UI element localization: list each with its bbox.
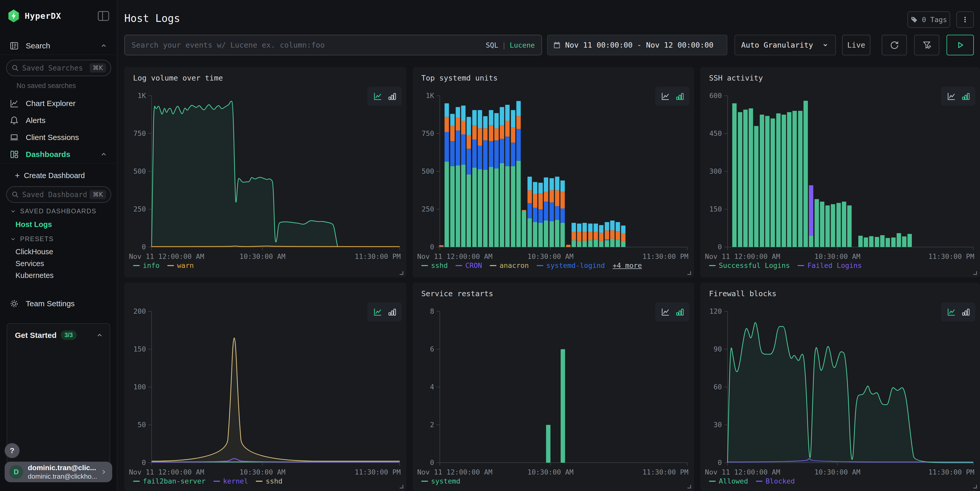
logo-row: HyperDX <box>8 9 109 23</box>
granularity-select[interactable]: Auto Granularity <box>735 35 836 55</box>
query-language-toggle[interactable]: SQL | Lucene <box>485 41 535 49</box>
sidebar-item-search[interactable]: Search <box>0 38 117 53</box>
brand-name: HyperDX <box>25 11 61 21</box>
saved-dashboards-input[interactable]: ⌘K <box>6 186 111 203</box>
svg-text:0: 0 <box>142 459 146 467</box>
svg-text:11:30:00 PM: 11:30:00 PM <box>928 468 974 476</box>
svg-text:250: 250 <box>133 205 146 213</box>
sidebar-item-alerts[interactable]: Alerts <box>0 113 117 128</box>
section-label: PRESETS <box>20 235 54 243</box>
svg-text:0: 0 <box>430 243 434 251</box>
legend-swatch <box>167 265 174 266</box>
resize-handle[interactable] <box>687 271 691 275</box>
play-icon <box>955 40 965 50</box>
svg-text:Nov 11 12:00:00 AM: Nov 11 12:00:00 AM <box>417 468 493 476</box>
page-title: Host Logs <box>124 12 180 24</box>
legend-swatch <box>490 265 496 266</box>
chart-legend: AllowedBlocked <box>709 477 795 485</box>
svg-text:1K: 1K <box>426 92 434 100</box>
legend-swatch <box>256 481 262 482</box>
section-presets[interactable]: PRESETS <box>10 235 54 243</box>
panel-top-systemd-units: Top systemd units 1K7505002500Nov 11 12:… <box>412 67 694 277</box>
tags-button[interactable]: 0 Tags <box>907 11 950 28</box>
chart-legend: infowarn <box>133 261 194 269</box>
chevron-down-icon <box>10 208 16 215</box>
sql-option[interactable]: SQL <box>485 41 498 49</box>
svg-text:500: 500 <box>133 167 146 175</box>
legend-item: Blocked <box>756 477 795 485</box>
sidebar-collapse-icon[interactable] <box>98 11 109 21</box>
sidebar-item-chart-explorer[interactable]: Chart Explorer <box>0 96 117 111</box>
chart-plot: 1K7505002500Nov 11 12:00:00 AM10:30:00 A… <box>124 67 406 277</box>
legend-item: CRON <box>455 261 482 269</box>
chart-plot: 1209060300Nov 11 12:00:00 AM10:30:00 AM1… <box>700 283 980 491</box>
svg-text:10:30:00 AM: 10:30:00 AM <box>528 468 574 476</box>
chevron-down-icon <box>10 236 16 242</box>
legend-item: sshd <box>421 261 448 269</box>
resize-handle[interactable] <box>973 271 977 275</box>
sidebar-item-label: Alerts <box>26 116 46 125</box>
user-email: dominic.tran@clickho... <box>28 472 95 480</box>
legend-swatch <box>421 265 428 266</box>
user-name: dominic.tran@clic... <box>28 464 95 472</box>
tag-icon <box>910 16 918 24</box>
resize-handle[interactable] <box>973 485 977 488</box>
sidebar-item-team-settings[interactable]: Team Settings <box>0 296 117 311</box>
legend-item: warn <box>167 261 194 269</box>
date-range-value: Nov 11 00:00:00 - Nov 12 00:00:00 <box>565 41 713 49</box>
calendar-icon <box>553 41 561 49</box>
filter-button[interactable] <box>914 35 939 55</box>
chevron-up-icon[interactable] <box>96 331 103 339</box>
refresh-button[interactable] <box>882 35 907 55</box>
run-query-button[interactable] <box>947 35 974 55</box>
lucene-option[interactable]: Lucene <box>509 41 535 49</box>
sidebar-item-dashboards[interactable]: Dashboards <box>0 147 117 162</box>
event-search-bar[interactable]: SQL | Lucene <box>124 35 542 55</box>
svg-text:60: 60 <box>713 383 722 391</box>
resize-handle[interactable] <box>400 485 403 488</box>
panel-menu-button[interactable] <box>956 11 974 28</box>
date-range-picker[interactable]: Nov 11 00:00:00 - Nov 12 00:00:00 <box>547 35 727 55</box>
saved-searches-input[interactable]: ⌘K <box>6 60 111 76</box>
svg-text:90: 90 <box>713 345 722 353</box>
refresh-icon <box>889 40 899 50</box>
legend-item: sshd <box>256 477 282 485</box>
section-saved-dashboards[interactable]: SAVED DASHBOARDS <box>10 207 97 215</box>
svg-text:500: 500 <box>422 167 434 175</box>
resize-handle[interactable] <box>687 485 691 488</box>
create-dashboard-button[interactable]: + Create Dashboard <box>0 168 117 183</box>
legend-item: Failed Logins <box>797 261 862 269</box>
help-button[interactable]: ? <box>5 443 19 458</box>
sidebar-item-label: Search <box>26 41 50 50</box>
chart-legend: systemd <box>421 477 460 485</box>
svg-text:30: 30 <box>713 421 722 429</box>
svg-text:Nov 11 12:00:00 AM: Nov 11 12:00:00 AM <box>129 253 204 261</box>
chart-plot: 6004503001500Nov 11 12:00:00 AM10:30:00 … <box>700 67 980 277</box>
resize-handle[interactable] <box>400 271 403 275</box>
panel-ssh-activity: SSH activity 6004503001500Nov 11 12:00:0… <box>700 67 980 277</box>
panel-log-volume-over-time: Log volume over time 1K7505002500Nov 11 … <box>124 67 406 277</box>
svg-text:11:30:00 PM: 11:30:00 PM <box>642 468 689 476</box>
saved-searches-field[interactable] <box>22 64 86 72</box>
legend-swatch <box>709 265 716 266</box>
svg-text:10:30:00 AM: 10:30:00 AM <box>814 253 860 261</box>
legend-swatch <box>797 265 804 266</box>
legend-swatch <box>536 265 543 266</box>
legend-more-link[interactable]: +4 more <box>612 261 642 269</box>
legend-item: systemd <box>421 477 460 485</box>
preset-kubernetes[interactable]: Kubernetes <box>16 271 54 280</box>
live-button[interactable]: Live <box>842 35 870 55</box>
user-menu[interactable]: D dominic.tran@clic... dominic.tran@clic… <box>5 462 112 482</box>
saved-dashboards-field[interactable] <box>22 191 86 199</box>
preset-services[interactable]: Services <box>16 259 44 268</box>
svg-text:10:30:00 AM: 10:30:00 AM <box>814 468 860 476</box>
svg-text:150: 150 <box>133 345 146 353</box>
avatar: D <box>9 465 23 479</box>
legend-item: systemd-logind <box>536 261 605 269</box>
sidebar-item-client-sessions[interactable]: Client Sessions <box>0 130 117 145</box>
preset-clickhouse[interactable]: ClickHouse <box>16 248 53 256</box>
event-search-input[interactable] <box>132 41 481 49</box>
chart-legend: fail2ban-serverkernelsshd <box>133 477 282 485</box>
saved-dashboard-host-logs[interactable]: Host Logs <box>16 220 52 229</box>
svg-text:750: 750 <box>133 129 146 137</box>
